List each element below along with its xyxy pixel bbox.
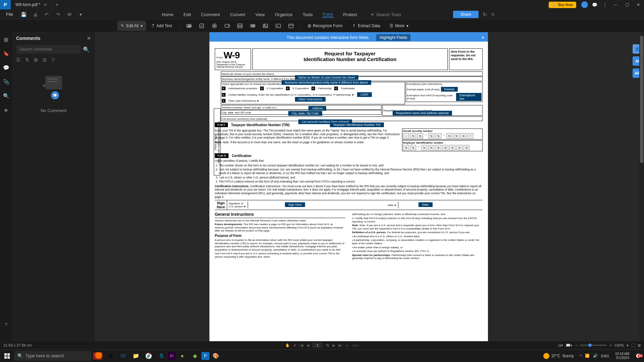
ssn-cell[interactable]: Te	[410, 133, 416, 139]
notification-center-icon[interactable]: 💬18	[633, 353, 644, 359]
document-canvas[interactable]: This document contains interactive form …	[95, 32, 644, 349]
ein-cell[interactable]: Te	[428, 145, 434, 150]
tab-view[interactable]: View	[255, 12, 265, 17]
close-panel-icon[interactable]: ✕	[87, 36, 91, 41]
checkbox-scorp[interactable]: C	[286, 87, 290, 90]
ein-cell[interactable]: Te	[463, 145, 469, 150]
tab-home[interactable]: Home	[161, 12, 174, 17]
checkbox-trust[interactable]: C	[334, 87, 338, 90]
tab-protect[interactable]: Protect	[342, 12, 357, 17]
ein-cell[interactable]: Te	[403, 145, 409, 150]
extract-data-button[interactable]: ⭱ Extract Data	[349, 21, 384, 31]
ssn-cell[interactable]: I	[403, 133, 409, 139]
file-menu[interactable]: File	[3, 12, 16, 17]
skype-app-icon[interactable]: S	[155, 350, 168, 362]
image-field-icon[interactable]	[260, 21, 270, 31]
fit-width-icon[interactable]: ⊡▾	[558, 343, 563, 348]
user-avatar[interactable]	[580, 0, 590, 9]
scrollbar-thumb[interactable]	[640, 36, 643, 163]
attachment-icon[interactable]: 📎	[2, 78, 10, 86]
last-page-icon[interactable]: ▶|	[339, 343, 342, 348]
window-minimize[interactable]: ─	[610, 0, 621, 9]
account-numbers-field[interactable]: List account number(s) here (optional) L…	[221, 116, 483, 121]
network-icon[interactable]: 📶	[585, 354, 590, 358]
list-view-icon[interactable]: ☰	[16, 57, 20, 62]
app-icon-green2[interactable]: ◆	[189, 350, 201, 362]
explorer-app-icon[interactable]: 📁	[130, 350, 142, 362]
kebab-menu-icon[interactable]: ⋮	[600, 0, 610, 9]
task-view-icon[interactable]: ⊞	[104, 350, 117, 362]
properties-icon[interactable]: ⊞	[638, 343, 641, 348]
undo-icon[interactable]: ↶	[43, 10, 51, 18]
chrome-app-icon[interactable]	[142, 350, 155, 362]
name-field[interactable]: Name (as shown on your income tax return…	[221, 71, 483, 76]
page-number-input[interactable]	[312, 343, 323, 348]
ein-cell[interactable]: Te	[442, 145, 448, 150]
checkbox-individual[interactable]: C	[222, 87, 226, 90]
start-button[interactable]	[0, 350, 14, 362]
city-field[interactable]: City, state, and ZIP code City, state, Z…	[221, 110, 382, 115]
ein-cell[interactable]: Te	[421, 145, 427, 150]
checkbox-ccorp[interactable]: C	[260, 87, 264, 90]
bookmark-icon[interactable]: 🔖	[2, 50, 10, 58]
message-icon[interactable]: 💬	[590, 0, 600, 9]
date-field-icon[interactable]	[286, 21, 296, 31]
settings-icon[interactable]: ≡	[491, 11, 494, 17]
ssn-cell[interactable]: Te	[428, 133, 434, 139]
zoom-out-icon[interactable]: −	[575, 343, 577, 347]
tab-convert[interactable]: Convert	[229, 12, 246, 17]
premiere-app-icon[interactable]: Pr	[168, 352, 176, 360]
filter-icon[interactable]: ▽	[51, 57, 55, 62]
weather-widget[interactable]: 37°C Sunny	[540, 353, 577, 359]
ein-cell[interactable]: Te	[435, 145, 441, 150]
checkbox-field-icon[interactable]	[197, 21, 207, 31]
edit-all-button[interactable]: ✎ Edit All ▾	[117, 21, 146, 31]
layers-icon[interactable]: ◈	[2, 106, 10, 114]
window-maximize[interactable]: ▢	[621, 0, 633, 9]
vertical-scrollbar[interactable]	[639, 32, 644, 349]
ssn-cell[interactable]: T	[467, 133, 474, 139]
requester-field[interactable]: Requester's name and address (optional) …	[382, 105, 483, 116]
checkbox-partnership[interactable]: C	[311, 87, 315, 90]
app-icon-green1[interactable]: ●	[176, 350, 189, 362]
system-clock[interactable]: 10:18 AM 5/1/2024	[612, 352, 633, 360]
date-field[interactable]: Date:	[398, 202, 483, 208]
document-tab[interactable]: W9-form.pdf * ✕	[11, 0, 52, 9]
search-button-icon[interactable]: 🔍	[83, 46, 91, 53]
zoom-in-icon[interactable]: +	[609, 343, 611, 347]
tab-comment[interactable]: Comment	[200, 12, 220, 17]
expand-icon[interactable]: ⊞	[34, 57, 38, 62]
mail-icon[interactable]: ✉	[65, 10, 73, 18]
ssn-cell[interactable]: Te	[453, 133, 459, 139]
next-page-icon[interactable]: ▶	[333, 343, 335, 348]
language-indicator[interactable]: ENG	[601, 354, 609, 358]
listbox-field-icon[interactable]	[235, 21, 245, 31]
tab-tools[interactable]: Tools	[302, 12, 313, 17]
checkbox-llc[interactable]: C	[222, 93, 226, 97]
ein-cell[interactable]: Te	[456, 145, 462, 150]
search-comments-input[interactable]	[16, 45, 81, 54]
pdfelement-app-icon[interactable]: P	[201, 352, 209, 360]
first-page-icon[interactable]: |◀	[300, 343, 303, 348]
app-logo[interactable]: P	[0, 0, 11, 9]
cloud-sync-icon[interactable]: ↻	[483, 11, 487, 18]
single-page-icon[interactable]: ▭	[345, 343, 349, 348]
widget-flower[interactable]	[91, 352, 104, 360]
sort-icon[interactable]: ⇅	[25, 57, 29, 62]
tray-chevron-icon[interactable]: ^	[580, 354, 582, 358]
address-field[interactable]: Address (number, street, and apt. or sui…	[221, 105, 382, 110]
zoom-slider[interactable]	[580, 345, 607, 346]
share-button[interactable]: Share	[453, 11, 479, 18]
button-field-icon[interactable]: OK	[248, 21, 258, 31]
read-mode-icon[interactable]: 📖▾	[566, 343, 573, 348]
close-banner-icon[interactable]: ✕	[481, 35, 485, 40]
tab-edit[interactable]: Edit	[183, 12, 192, 17]
ssn-cell[interactable]: Te	[435, 133, 441, 139]
ein-cell[interactable]: Te	[410, 145, 416, 150]
fullscreen-icon[interactable]: ⛶	[631, 343, 635, 347]
signature-field[interactable]: Sign Here	[248, 202, 386, 208]
select-tool-icon[interactable]: ⬀	[293, 343, 296, 348]
zoom-value[interactable]: 100%	[614, 343, 624, 347]
help-icon[interactable]: ?	[2, 320, 10, 328]
collapse-all-icon[interactable]: ⊟	[43, 57, 47, 62]
